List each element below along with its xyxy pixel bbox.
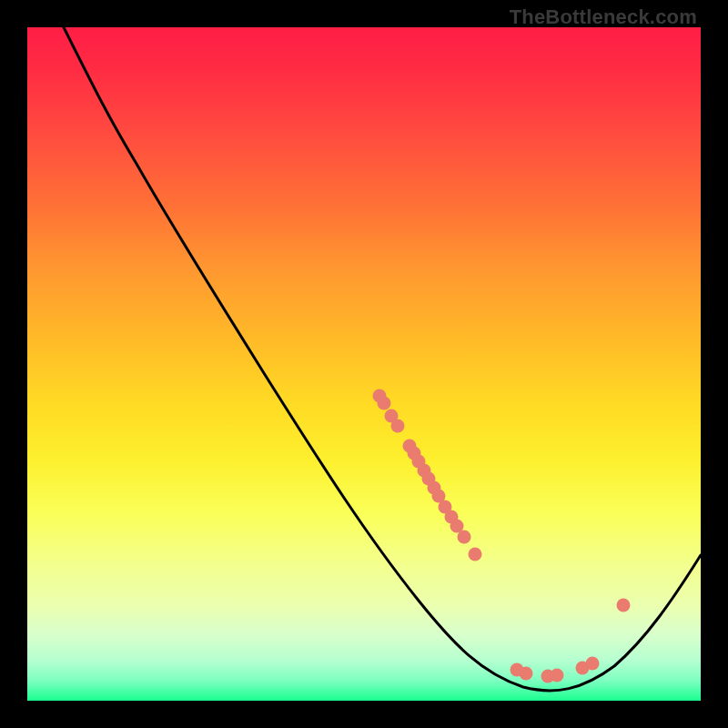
data-point	[432, 490, 446, 503]
data-point	[541, 670, 555, 683]
data-point	[378, 397, 391, 410]
data-point	[428, 481, 441, 495]
data-point	[403, 440, 417, 453]
data-point	[373, 389, 387, 403]
data-point	[418, 464, 431, 478]
data-point	[450, 520, 464, 533]
data-point	[469, 548, 482, 561]
watermark-text: TheBottleneck.com	[510, 5, 697, 29]
data-point	[408, 447, 421, 460]
data-point	[422, 472, 436, 486]
data-point	[551, 669, 564, 682]
data-point	[412, 455, 426, 469]
data-point	[586, 657, 600, 671]
data-point	[511, 663, 524, 677]
data-point	[445, 511, 459, 524]
data-point	[576, 662, 590, 675]
data-point	[520, 667, 533, 681]
curve-line	[64, 27, 701, 691]
data-point	[458, 531, 471, 544]
data-point	[385, 410, 399, 423]
chart-plot-area	[27, 27, 701, 701]
data-point	[617, 599, 631, 612]
data-point	[391, 420, 405, 433]
data-points-group	[373, 389, 631, 683]
chart-svg	[27, 27, 701, 701]
data-point	[439, 500, 452, 514]
